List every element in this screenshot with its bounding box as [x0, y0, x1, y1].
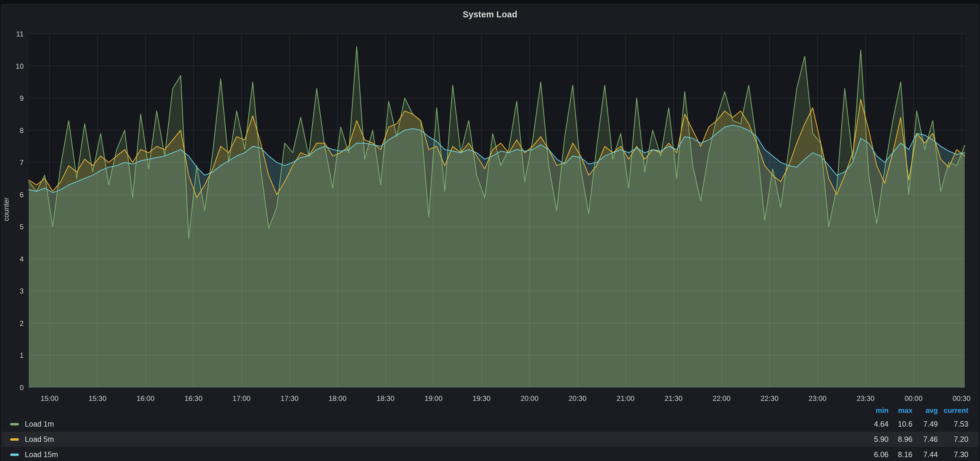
stat-load-5m-min: 5.90 [860, 435, 889, 444]
y-tick-label: 2 [20, 319, 24, 327]
x-tick-label: 20:30 [569, 394, 587, 402]
y-tick-label: 7 [20, 159, 24, 167]
y-tick-label: 8 [20, 126, 24, 135]
x-tick-label: 21:30 [665, 394, 682, 402]
x-tick-label: 23:30 [856, 394, 875, 402]
legend-label-load-5m[interactable]: Load 5m [25, 435, 54, 444]
x-tick-label: 00:30 [953, 394, 970, 402]
stat-load-5m-current: 7.20 [938, 435, 968, 444]
x-tick-label: 22:00 [713, 394, 730, 402]
x-tick-label: 19:30 [473, 394, 491, 402]
x-tick-label: 18:00 [329, 394, 347, 402]
y-tick-label: 4 [20, 255, 24, 263]
legend-row-load-15m[interactable]: Load 15m 6.06 8.16 7.44 7.30 [2, 447, 978, 461]
stat-load-5m-max: 8.96 [889, 435, 912, 444]
stat-load-15m-current: 7.30 [938, 450, 968, 459]
y-tick-label: 9 [20, 94, 24, 102]
stat-load-1m-avg: 7.49 [912, 420, 938, 428]
stat-load-15m-avg: 7.44 [912, 450, 938, 459]
x-tick-label: 17:30 [280, 394, 298, 402]
legend-column-max[interactable]: max [889, 406, 912, 415]
legend-row-load-1m[interactable]: Load 1m 4.64 10.6 7.49 7.53 [2, 416, 978, 432]
legend-column-min[interactable]: min [860, 406, 889, 415]
legend-column-avg[interactable]: avg [912, 406, 938, 415]
stat-load-15m-max: 8.16 [889, 450, 912, 459]
x-tick-label: 15:00 [41, 394, 59, 402]
y-tick-label: 0 [20, 383, 24, 392]
legend-label-load-1m[interactable]: Load 1m [25, 420, 54, 428]
x-tick-label: 23:00 [809, 394, 827, 402]
x-tick-label: 22:30 [760, 394, 778, 402]
legend-header-row: min max avg current [2, 404, 978, 416]
x-tick-label: 16:30 [185, 394, 202, 402]
series-area-load-15m [29, 125, 965, 388]
legend-swatch-load-5m [10, 438, 19, 441]
x-tick-label: 20:00 [520, 394, 538, 402]
graph-panel: System Load 0123456789101115:0015:3016:0… [1, 4, 979, 461]
x-tick-label: 18:30 [376, 394, 395, 402]
y-tick-label: 3 [20, 287, 24, 295]
stat-load-5m-avg: 7.46 [912, 435, 938, 444]
y-tick-label: 11 [16, 30, 24, 38]
legend-column-current[interactable]: current [938, 406, 968, 415]
x-tick-label: 21:00 [616, 394, 635, 402]
stat-load-15m-min: 6.06 [860, 450, 889, 459]
stat-load-1m-current: 7.53 [938, 420, 968, 428]
y-tick-label: 5 [20, 223, 24, 231]
y-axis-title: counter [2, 214, 11, 221]
y-tick-label: 6 [20, 191, 24, 199]
stat-load-1m-max: 10.6 [889, 420, 912, 428]
x-tick-label: 15:30 [89, 394, 107, 402]
legend-label-load-15m[interactable]: Load 15m [25, 450, 58, 459]
legend-swatch-load-15m [10, 453, 19, 456]
x-tick-label: 19:00 [425, 394, 442, 402]
legend-row-load-5m[interactable]: Load 5m 5.90 8.96 7.46 7.20 [2, 432, 978, 447]
stat-load-1m-min: 4.64 [860, 420, 889, 428]
x-tick-label: 17:00 [232, 394, 251, 402]
y-tick-label: 1 [20, 351, 24, 359]
legend-swatch-load-1m [10, 423, 19, 425]
x-tick-label: 00:00 [905, 394, 923, 402]
legend: min max avg current Load 1m 4.64 10.6 7.… [2, 404, 978, 461]
load-graph-canvas[interactable]: 0123456789101115:0015:3016:0016:3017:001… [1, 4, 979, 461]
x-tick-label: 16:00 [137, 394, 154, 402]
y-tick-label: 10 [16, 62, 24, 70]
